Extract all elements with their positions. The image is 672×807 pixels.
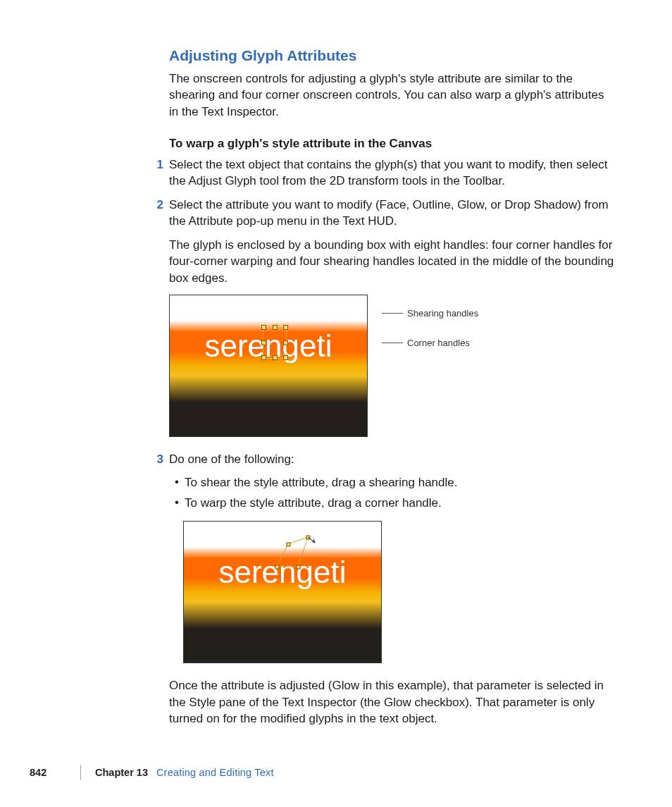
task-heading: To warp a glyph's style attribute in the… — [169, 135, 616, 152]
step-number: 3 — [147, 451, 163, 467]
outro-paragraph: Once the attribute is adjusted (Glow in … — [169, 677, 616, 727]
step-3-options: To shear the style attribute, drag a she… — [169, 474, 616, 511]
chapter-label: Chapter 13 — [95, 765, 148, 780]
shearing-handle-icon — [273, 325, 278, 330]
step-number: 1 — [147, 156, 163, 173]
page-number: 842 — [0, 765, 80, 780]
figure-glyph-warped: serengeti — [183, 521, 616, 663]
bullet-shear: To shear the style attribute, drag a she… — [169, 474, 616, 491]
corner-handle-icon — [283, 325, 288, 330]
page-footer: 842 Chapter 13 Creating and Editing Text — [0, 765, 672, 780]
glyph-warped-box — [267, 536, 312, 581]
section-heading: Adjusting Glyph Attributes — [169, 46, 616, 66]
canvas-preview: serengeti — [183, 521, 382, 663]
svg-rect-4 — [287, 543, 290, 546]
step-text: Select the text object that contains the… — [169, 158, 607, 187]
step-2-followup: The glyph is enclosed by a bounding box … — [169, 237, 616, 286]
figure-labels: Shearing handles Corner handles — [382, 295, 478, 366]
corner-handle-icon — [261, 355, 266, 360]
step-1: 1 Select the text object that contains t… — [169, 156, 616, 190]
svg-marker-0 — [277, 537, 308, 567]
step-3: 3 Do one of the following: — [169, 451, 616, 467]
label-shearing-handles: Shearing handles — [407, 307, 478, 320]
leader-line-icon — [382, 343, 403, 343]
step-2: 2 Select the attribute you want to modif… — [169, 197, 616, 230]
chapter-title: Creating and Editing Text — [156, 765, 274, 780]
corner-handle-icon — [261, 325, 266, 330]
shearing-handle-icon — [273, 355, 278, 360]
step-number: 2 — [147, 197, 163, 213]
intro-paragraph: The onscreen controls for adjusting a gl… — [169, 70, 616, 120]
glyph-bounding-box — [263, 326, 287, 359]
step-text: Select the attribute you want to modify … — [169, 198, 609, 228]
figure-glyph-bounding-box: serengeti Shearing handles Corner handle… — [169, 295, 616, 437]
bullet-warp: To warp the style attribute, drag a corn… — [169, 495, 616, 511]
svg-rect-2 — [297, 565, 300, 569]
step-text: Do one of the following: — [169, 452, 294, 466]
svg-rect-1 — [275, 565, 279, 569]
footer-divider-icon — [80, 765, 81, 780]
shearing-handle-icon — [261, 340, 266, 345]
corner-handle-icon — [283, 355, 288, 360]
leader-line-icon — [382, 313, 403, 314]
shearing-handle-icon — [283, 340, 288, 345]
canvas-preview: serengeti — [169, 295, 368, 437]
label-corner-handles: Corner handles — [407, 337, 470, 350]
